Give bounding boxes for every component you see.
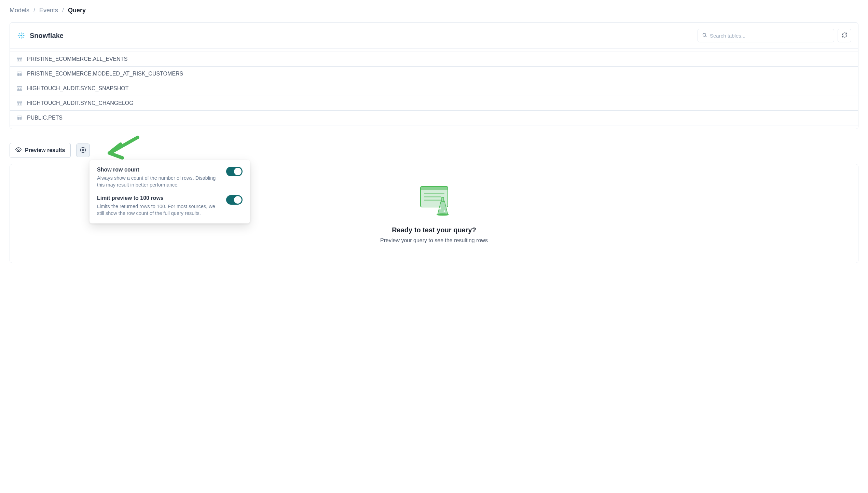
search-icon — [702, 32, 707, 39]
preview-results-label: Preview results — [25, 147, 65, 153]
svg-point-39 — [443, 210, 445, 212]
toggle-limit-rows[interactable] — [226, 195, 243, 205]
setting-row-count: Show row count Always show a count of th… — [97, 167, 243, 188]
search-input[interactable] — [710, 33, 830, 39]
svg-point-1 — [703, 33, 706, 36]
breadcrumb-link-events[interactable]: Events — [39, 7, 58, 14]
svg-rect-37 — [442, 197, 444, 202]
svg-point-36 — [437, 213, 449, 216]
preview-results-button[interactable]: Preview results — [10, 143, 71, 158]
table-row[interactable]: HIGHTOUCH_AUDIT.SYNC_SNAPSHOT — [10, 81, 858, 96]
svg-rect-3 — [17, 57, 22, 61]
source-panel: Snowflake — [10, 22, 858, 129]
svg-rect-8 — [17, 72, 22, 76]
setting-desc: Always show a count of the number of row… — [97, 175, 219, 188]
empty-state-illustration — [409, 184, 460, 218]
table-icon — [17, 101, 22, 106]
breadcrumb-current: Query — [68, 7, 86, 14]
source-panel-header: Snowflake — [10, 23, 858, 49]
svg-rect-23 — [17, 116, 22, 120]
table-name: PUBLIC.PETS — [27, 115, 63, 121]
setting-limit-rows: Limit preview to 100 rows Limits the ret… — [97, 195, 243, 217]
gear-icon — [80, 147, 86, 154]
table-icon — [17, 86, 22, 91]
search-tables[interactable] — [698, 29, 834, 42]
toggle-row-count[interactable] — [226, 167, 243, 176]
table-row[interactable]: PRISTINE_ECOMMERCE.MODELED_AT_RISK_CUSTO… — [10, 67, 858, 81]
setting-title: Limit preview to 100 rows — [97, 195, 219, 201]
empty-state-title: Ready to test your query? — [392, 226, 476, 234]
source-title: Snowflake — [17, 31, 64, 40]
snowflake-icon — [17, 31, 26, 40]
table-icon — [17, 57, 22, 61]
svg-point-0 — [20, 35, 22, 37]
table-name: HIGHTOUCH_AUDIT.SYNC_SNAPSHOT — [27, 85, 129, 92]
table-row-partial — [10, 125, 858, 129]
svg-point-38 — [439, 207, 441, 209]
header-actions — [698, 29, 851, 42]
table-list: PRISTINE_ECOMMERCE.ALL_EVENTS PRISTINE_E… — [10, 49, 858, 129]
annotation-arrow — [105, 134, 143, 163]
eye-icon — [15, 147, 22, 154]
table-name: PRISTINE_ECOMMERCE.MODELED_AT_RISK_CUSTO… — [27, 71, 183, 77]
refresh-button[interactable] — [838, 29, 851, 42]
svg-rect-13 — [17, 86, 22, 90]
table-row[interactable]: PRISTINE_ECOMMERCE.ALL_EVENTS — [10, 52, 858, 67]
table-icon — [17, 71, 22, 76]
table-icon — [17, 115, 22, 120]
breadcrumb-separator: / — [33, 7, 35, 14]
breadcrumb-separator: / — [62, 7, 64, 14]
table-row[interactable]: PUBLIC.PETS — [10, 111, 858, 125]
svg-rect-32 — [421, 187, 448, 190]
setting-title: Show row count — [97, 167, 219, 173]
setting-desc: Limits the returned rows to 100. For mos… — [97, 203, 219, 217]
table-name: PRISTINE_ECOMMERCE.ALL_EVENTS — [27, 56, 127, 62]
actions-row: Preview results Show row count Always sh… — [10, 143, 858, 158]
svg-point-29 — [82, 149, 84, 151]
svg-point-28 — [18, 149, 19, 151]
svg-rect-18 — [17, 101, 22, 105]
settings-button[interactable] — [76, 143, 90, 157]
source-name: Snowflake — [30, 32, 64, 40]
table-name: HIGHTOUCH_AUDIT.SYNC_CHANGELOG — [27, 100, 134, 106]
breadcrumb-link-models[interactable]: Models — [10, 7, 29, 14]
svg-line-2 — [705, 36, 706, 37]
table-row[interactable]: HIGHTOUCH_AUDIT.SYNC_CHANGELOG — [10, 96, 858, 111]
empty-state-subtitle: Preview your query to see the resulting … — [380, 237, 488, 244]
breadcrumb: Models / Events / Query — [10, 7, 858, 14]
refresh-icon — [842, 32, 848, 39]
settings-popover: Show row count Always show a count of th… — [89, 160, 250, 223]
svg-line-30 — [110, 137, 138, 153]
